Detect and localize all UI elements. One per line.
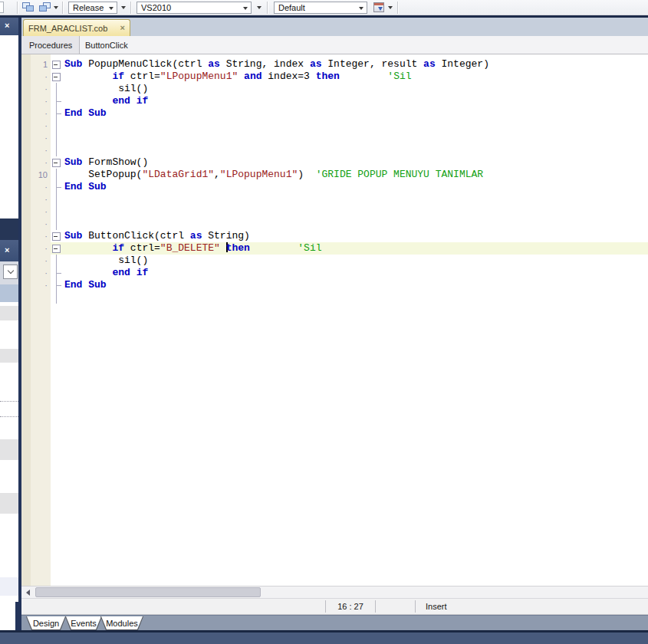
procedure-select[interactable]: ButtonClick	[80, 36, 648, 54]
properties-toolbar	[0, 261, 18, 284]
code-line[interactable]: ·	[21, 120, 648, 132]
toolbar-separator	[62, 2, 63, 14]
export-form-icon[interactable]	[373, 2, 384, 12]
code-text[interactable]: end if	[64, 267, 148, 279]
fold-guide-line	[51, 83, 63, 95]
line-number: ·	[21, 95, 51, 107]
code-line[interactable]: ·	[21, 132, 648, 144]
properties-row[interactable]	[0, 439, 18, 460]
code-text[interactable]: if ctrl="B_DELETE" then 'Sil	[64, 242, 322, 255]
code-line[interactable]: · end if	[21, 95, 648, 107]
code-line[interactable]: ·	[21, 205, 648, 218]
document-tab[interactable]: FRM_ARACLIST.cob ×	[23, 19, 130, 36]
procedure-nav-strip: Procedures ButtonClick	[21, 36, 648, 54]
close-icon[interactable]: ×	[5, 245, 9, 255]
code-token	[64, 71, 112, 82]
left-dock-panel: × ×	[0, 18, 21, 602]
close-icon[interactable]: ×	[120, 24, 125, 32]
fold-collapse-icon[interactable]	[51, 71, 63, 83]
fold-collapse-icon[interactable]	[51, 156, 63, 169]
code-line[interactable]: ·End Sub	[21, 279, 648, 291]
scroll-left-arrow-icon[interactable]	[21, 586, 34, 598]
properties-row[interactable]	[0, 349, 18, 363]
window-tile-icon[interactable]	[38, 2, 52, 13]
scrollbar-thumb[interactable]	[35, 587, 261, 597]
code-token: "B_DELETE"	[160, 242, 220, 254]
properties-row[interactable]	[0, 577, 18, 596]
code-editor[interactable]: 1Sub PopupMenuClick(ctrl as String, inde…	[21, 54, 648, 586]
toolbar-overflow-arrow-icon[interactable]	[121, 6, 126, 9]
code-text[interactable]: SetPopup("LDataGrid1","LPopupMenu1") 'GR…	[64, 169, 483, 181]
code-line[interactable]: 10 SetPopup("LDataGrid1","LPopupMenu1") …	[21, 169, 648, 181]
partial-toolbar-button[interactable]	[0, 2, 4, 13]
properties-row[interactable]	[0, 493, 18, 514]
platform-combobox[interactable]: VS2010	[137, 2, 252, 14]
window-cascade-icon[interactable]	[21, 2, 35, 13]
code-text[interactable]: End Sub	[64, 279, 107, 291]
ide-window: Release VS2010 Default × ×	[0, 0, 648, 644]
toolbar-overflow-arrow-icon[interactable]	[388, 6, 393, 9]
code-text[interactable]: end if	[64, 95, 148, 107]
dock-splitter[interactable]	[15, 602, 21, 630]
horizontal-scrollbar[interactable]	[21, 586, 648, 599]
toolbar-overflow-arrow-icon[interactable]	[257, 6, 262, 9]
code-token: if	[112, 242, 124, 254]
code-text[interactable]: sil()	[64, 83, 148, 95]
code-text[interactable]: Sub FormShow()	[64, 156, 148, 169]
tab-events[interactable]: Events	[65, 616, 102, 630]
toolbar-overflow-arrow-icon[interactable]	[54, 6, 58, 9]
code-line[interactable]: · sil()	[21, 255, 648, 267]
code-token: if	[112, 71, 124, 82]
code-token: "LPopupMenu1"	[220, 169, 298, 180]
code-text[interactable]: End Sub	[64, 181, 107, 193]
code-line[interactable]: 1Sub PopupMenuClick(ctrl as String, inde…	[21, 58, 648, 71]
scheme-value: Default	[278, 3, 305, 12]
toolbar-separator	[267, 2, 268, 14]
tab-modules[interactable]: Modules	[100, 616, 143, 630]
code-line[interactable]: · end if	[21, 267, 648, 279]
code-lines[interactable]: 1Sub PopupMenuClick(ctrl as String, inde…	[21, 54, 648, 586]
code-line[interactable]: · sil()	[21, 83, 648, 95]
code-token: End Sub	[64, 107, 107, 119]
properties-row	[0, 417, 18, 439]
procedures-dropdown[interactable]: Procedures	[21, 36, 80, 54]
code-line[interactable]: ·	[21, 144, 648, 156]
code-text[interactable]: Sub PopupMenuClick(ctrl as String, index…	[64, 58, 489, 71]
code-line[interactable]: ·Sub ButtonClick(ctrl as String)	[21, 230, 648, 242]
properties-selected-row[interactable]	[0, 284, 18, 302]
code-token: as	[190, 230, 202, 242]
code-text[interactable]: Sub ButtonClick(ctrl as String)	[64, 230, 250, 242]
tab-modules-label: Modules	[101, 616, 143, 629]
fold-collapse-icon[interactable]	[51, 242, 63, 255]
scheme-combobox[interactable]: Default	[274, 2, 367, 14]
code-token: ButtonClick(ctrl	[82, 230, 189, 242]
code-line[interactable]: · if ctrl="LPopupMenu1" and index=3 then…	[21, 71, 648, 83]
code-token: Sub	[64, 58, 82, 70]
code-line[interactable]: · if ctrl="B_DELETE" then 'Sil	[21, 242, 648, 255]
chevron-down-icon	[359, 7, 363, 10]
code-token: then	[316, 71, 340, 82]
line-number: ·	[21, 83, 51, 95]
build-config-combobox[interactable]: Release	[68, 2, 117, 14]
code-token: ctrl=	[124, 242, 160, 254]
tab-design[interactable]: Design	[26, 616, 66, 630]
code-line[interactable]: ·End Sub	[21, 181, 648, 193]
close-icon[interactable]: ×	[5, 20, 9, 31]
code-line[interactable]: ·	[21, 218, 648, 230]
code-text[interactable]: sil()	[64, 255, 148, 267]
fold-collapse-icon[interactable]	[51, 230, 63, 242]
code-text[interactable]: if ctrl="LPopupMenu1" and index=3 then '…	[64, 71, 412, 83]
dock-panel-gap	[0, 219, 18, 240]
code-token	[238, 71, 244, 82]
properties-row[interactable]	[0, 306, 18, 320]
fold-collapse-icon[interactable]	[51, 58, 63, 71]
code-line[interactable]	[21, 291, 648, 304]
code-line[interactable]: ·Sub FormShow()	[21, 156, 648, 169]
fold-guide-line	[51, 267, 63, 279]
combo-dropdown-icon[interactable]	[3, 264, 18, 279]
code-line[interactable]: ·End Sub	[21, 107, 648, 120]
line-number: ·	[21, 120, 51, 132]
code-line[interactable]: ·	[21, 193, 648, 205]
toolbar-separator	[130, 2, 131, 14]
code-text[interactable]: End Sub	[64, 107, 107, 120]
